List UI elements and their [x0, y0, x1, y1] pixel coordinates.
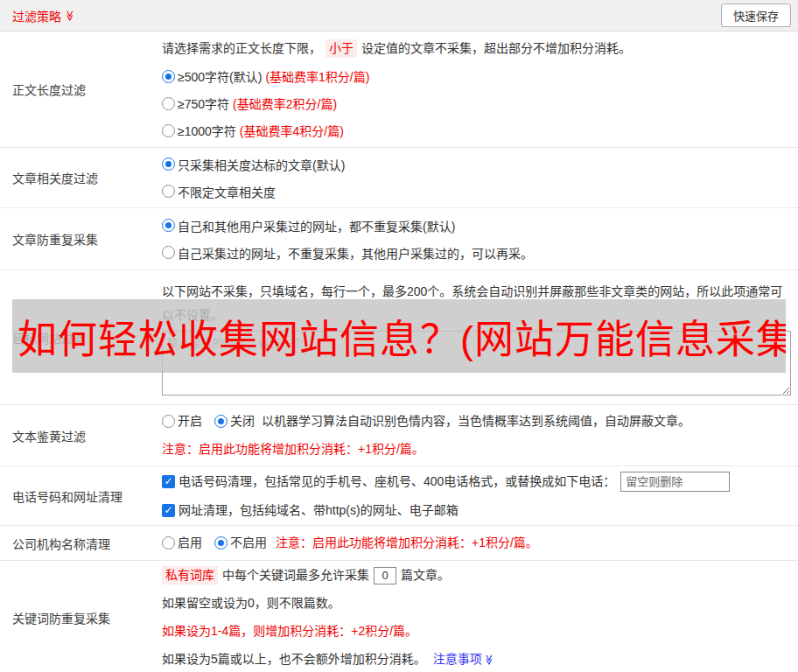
relevance-option-any[interactable]: 不限定文章相关度: [162, 183, 791, 200]
row-relevance-filter: 文章相关度过滤 只采集相关度达标的文章(默认) 不限定文章相关度: [0, 148, 798, 208]
url-clean-line: ✓ 网址清理，包括纯域名、带http(s)的网址、电子邮箱: [162, 501, 791, 520]
row-label-company-clean: 公司机构名称清理: [0, 526, 162, 560]
chevron-down-icon: ≫: [65, 10, 75, 21]
radio-length-500[interactable]: [162, 70, 175, 83]
section-title-filter-strategy[interactable]: 过滤策略 ≫: [12, 7, 76, 24]
radio-length-750[interactable]: [162, 97, 175, 110]
url-clean-option[interactable]: ✓ 网址清理，包括纯域名、带http(s)的网址、电子邮箱: [162, 501, 458, 520]
radio-dedup-self-only[interactable]: [162, 246, 175, 259]
length-option-750[interactable]: ≥750字符 (基础费率2积分/篇): [162, 94, 791, 112]
row-label-keyword-dedup: 关键词防重复采集: [0, 561, 162, 672]
keyword-note-fee: 如果设为1-4篇，则增加积分消耗：+2积分/篇。: [162, 622, 791, 640]
radio-company-on[interactable]: [162, 536, 175, 550]
checkbox-url-clean[interactable]: ✓: [162, 504, 175, 517]
keyword-limit-line: 私有词库 中每个关键词最多允许采集 篇文章。: [162, 566, 791, 584]
phone-clean-option[interactable]: ✓ 电话号码清理，包括常见的手机号、座机号、400电话格式，或替换成如下电话：: [162, 472, 615, 491]
length-500-fee-note: (基础费率1积分/篇): [265, 67, 369, 85]
company-clean-options: 启用 不启用 注意：启用此功能将增加积分消耗：+1积分/篇。: [162, 534, 791, 552]
row-length-filter: 正文长度过滤 请选择需求的正文长度下限，小于设定值的文章不采集，超出部分不增加积…: [0, 32, 798, 148]
keyword-note-unlimited: 如果留空或设为0，则不限篇数。: [162, 594, 791, 612]
porn-filter-options: 开启 关闭 以机器学习算法自动识别色情内容，当色情概率达到系统阈值，自动屏蔽文章…: [162, 412, 791, 430]
radio-relevance-any[interactable]: [162, 185, 175, 198]
checkbox-phone-clean[interactable]: ✓: [162, 475, 175, 488]
row-phone-url-clean: 电话号码和网址清理 ✓ 电话号码清理，包括常见的手机号、座机号、400电话格式，…: [0, 466, 798, 526]
radio-dedup-all-users[interactable]: [162, 219, 175, 232]
row-content-relevance-filter: 只采集相关度达标的文章(默认) 不限定文章相关度: [162, 148, 798, 207]
porn-option-off[interactable]: 关闭: [214, 412, 255, 430]
radio-company-off[interactable]: [214, 536, 228, 550]
row-site-filter: 目标网站过滤 以下网站不采集，只填域名，每行一个，最多200个。系统会自动识别并…: [0, 270, 798, 405]
radio-porn-on[interactable]: [162, 415, 175, 428]
porn-filter-note: 注意：启用此功能将增加积分消耗：+1积分/篇。: [162, 440, 791, 458]
replacement-phone-input[interactable]: [620, 472, 730, 492]
row-keyword-dedup: 关键词防重复采集 私有词库 中每个关键词最多允许采集 篇文章。 如果留空或设为0…: [0, 561, 798, 672]
less-than-highlight: 小于: [326, 39, 357, 58]
row-label-porn-filter: 文本鉴黄过滤: [0, 405, 162, 466]
dedup-option-all-users[interactable]: 自己和其他用户采集过的网址，都不重复采集(默认): [162, 217, 791, 234]
row-label-site-filter: 目标网站过滤: [0, 270, 162, 404]
keyword-note-five-plus: 如果设为5篇或以上，也不会额外增加积分消耗。 注意事项 ≫: [162, 650, 791, 668]
row-content-keyword-dedup: 私有词库 中每个关键词最多允许采集 篇文章。 如果留空或设为0，则不限篇数。 如…: [162, 561, 798, 672]
chevron-down-icon: ≫: [484, 654, 494, 665]
row-content-phone-url-clean: ✓ 电话号码清理，包括常见的手机号、座机号、400电话格式，或替换成如下电话： …: [162, 466, 798, 525]
row-label-phone-url-clean: 电话号码和网址清理: [0, 466, 162, 525]
row-company-clean: 公司机构名称清理 启用 不启用 注意：启用此功能将增加积分消耗：+1积分/篇。: [0, 526, 798, 561]
length-750-fee-note: (基础费率2积分/篇): [233, 94, 337, 112]
radio-length-1000[interactable]: [162, 124, 175, 137]
length-filter-intro: 请选择需求的正文长度下限，小于设定值的文章不采集，超出部分不增加积分消耗。: [162, 39, 791, 58]
company-option-off[interactable]: 不启用: [214, 534, 267, 552]
section-title-label: 过滤策略: [12, 7, 61, 24]
row-content-site-filter: 以下网站不采集，只填域名，每行一个，最多200个。系统会自动识别并屏蔽那些非文章…: [162, 270, 798, 404]
radio-relevance-strict[interactable]: [162, 158, 175, 171]
length-option-1000[interactable]: ≥1000字符 (基础费率4积分/篇): [162, 122, 791, 139]
company-clean-note: 注意：启用此功能将增加积分消耗：+1积分/篇。: [276, 534, 538, 552]
notice-link[interactable]: 注意事项 ≫: [433, 650, 495, 668]
company-option-on[interactable]: 启用: [162, 534, 202, 552]
quick-save-button[interactable]: 快速保存: [721, 4, 791, 27]
row-label-relevance-filter: 文章相关度过滤: [0, 148, 162, 207]
topbar: 过滤策略 ≫ 快速保存: [0, 0, 798, 32]
length-option-500[interactable]: ≥500字符(默认) (基础费率1积分/篇): [162, 67, 791, 85]
row-content-dedup-filter: 自己和其他用户采集过的网址，都不重复采集(默认) 自己采集过的网址，不重复采集，…: [162, 208, 798, 270]
row-label-length-filter: 正文长度过滤: [0, 32, 162, 147]
row-dedup-filter: 文章防重复采集 自己和其他用户采集过的网址，都不重复采集(默认) 自己采集过的网…: [0, 208, 798, 270]
site-filter-description: 以下网站不采集，只填域名，每行一个，最多200个。系统会自动识别并屏蔽那些非文章…: [162, 280, 791, 327]
row-porn-filter: 文本鉴黄过滤 开启 关闭 以机器学习算法自动识别色情内容，当色情概率达到系统阈值…: [0, 405, 798, 466]
porn-filter-description: 以机器学习算法自动识别色情内容，当色情概率达到系统阈值，自动屏蔽文章。: [262, 412, 690, 430]
relevance-option-strict[interactable]: 只采集相关度达标的文章(默认): [162, 156, 791, 173]
row-label-dedup-filter: 文章防重复采集: [0, 208, 162, 270]
row-content-length-filter: 请选择需求的正文长度下限，小于设定值的文章不采集，超出部分不增加积分消耗。 ≥5…: [162, 32, 798, 147]
radio-porn-off[interactable]: [214, 415, 228, 428]
length-1000-fee-note: (基础费率4积分/篇): [240, 122, 344, 139]
private-lexicon-highlight: 私有词库: [162, 566, 218, 584]
blocked-sites-textarea[interactable]: [162, 331, 791, 396]
dedup-option-self-only[interactable]: 自己采集过的网址，不重复采集，其他用户采集过的，可以再采。: [162, 244, 791, 262]
phone-clean-line: ✓ 电话号码清理，包括常见的手机号、座机号、400电话格式，或替换成如下电话：: [162, 472, 791, 492]
porn-option-on[interactable]: 开启: [162, 412, 202, 430]
row-content-company-clean: 启用 不启用 注意：启用此功能将增加积分消耗：+1积分/篇。: [162, 526, 798, 560]
keyword-limit-input[interactable]: [374, 567, 396, 584]
row-content-porn-filter: 开启 关闭 以机器学习算法自动识别色情内容，当色情概率达到系统阈值，自动屏蔽文章…: [162, 405, 798, 466]
